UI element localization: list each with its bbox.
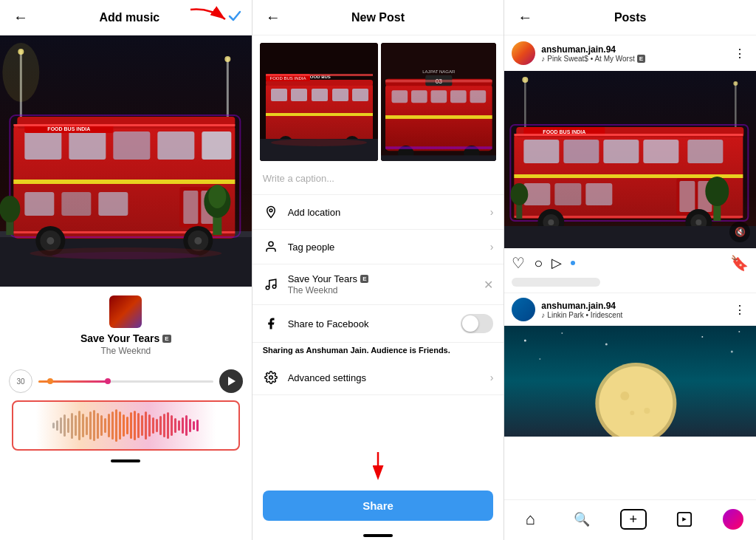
svg-rect-70 — [450, 90, 467, 103]
post1-explicit: E — [637, 55, 645, 63]
waveform-container[interactable] — [12, 400, 240, 451]
share-button-container: Share — [252, 483, 504, 528]
home-nav-button[interactable]: ⌂ — [517, 506, 543, 533]
search-nav-button[interactable]: 🔍 — [568, 506, 595, 533]
checkmark-icon — [228, 10, 241, 23]
share-facebook-label: Share to Facebook — [288, 318, 461, 329]
post1-image-svg: FOOD BUS INDIA — [504, 71, 756, 248]
person-icon — [263, 239, 279, 255]
post1-song: ♪ Pink Sweat$ • At My Worst E — [541, 55, 731, 63]
music-item-info: Save Your Tears E The Weeknd — [288, 273, 484, 295]
album-thumbnail — [109, 295, 142, 328]
confirm-button[interactable] — [228, 8, 241, 27]
timeline-bar[interactable] — [38, 380, 213, 383]
post1-image: FOOD BUS INDIA 🔇 — [504, 71, 756, 248]
bottom-nav: ⌂ 🔍 + — [504, 499, 756, 540]
svg-rect-79 — [385, 80, 492, 83]
remove-music-button[interactable]: ✕ — [484, 278, 493, 292]
time-display: 30 — [9, 369, 32, 393]
svg-point-122 — [511, 183, 529, 205]
mute-icon[interactable]: 🔇 — [729, 222, 750, 242]
svg-point-129 — [524, 340, 526, 342]
svg-rect-16 — [113, 131, 150, 160]
share-button[interactable]: Share — [263, 491, 494, 521]
svg-rect-47 — [271, 89, 287, 101]
svg-rect-15 — [69, 131, 106, 160]
new-post-header: ← New Post — [252, 0, 504, 35]
post1-username: anshuman.jain.94 — [541, 44, 731, 55]
add-music-header: ← Add music — [0, 0, 252, 35]
music-song-title: Save Your Tears E — [288, 273, 484, 284]
svg-rect-100 — [688, 140, 724, 163]
svg-point-133 — [731, 351, 733, 353]
svg-point-134 — [540, 358, 541, 360]
svg-point-131 — [605, 344, 608, 346]
svg-point-128 — [630, 411, 635, 415]
svg-point-126 — [621, 392, 630, 400]
svg-rect-98 — [604, 140, 639, 163]
svg-point-127 — [645, 408, 650, 414]
back-button[interactable]: ← — [10, 7, 31, 27]
play-pause-button[interactable] — [219, 369, 243, 393]
like-button[interactable]: ♡ — [512, 254, 525, 272]
svg-rect-60 — [266, 74, 373, 76]
svg-rect-103 — [586, 183, 613, 205]
post2-avatar — [512, 298, 535, 321]
panel1-title: Add music — [99, 11, 159, 24]
share-post-button[interactable]: ▷ — [551, 255, 562, 271]
svg-point-82 — [269, 242, 273, 246]
svg-text:FOOD BUS INDIA: FOOD BUS INDIA — [269, 76, 306, 81]
chevron-icon2: › — [490, 241, 494, 253]
svg-point-92 — [734, 81, 738, 86]
svg-point-32 — [47, 237, 54, 245]
new-post-back-button[interactable]: ← — [263, 7, 284, 27]
comment-button[interactable]: ○ — [534, 255, 543, 272]
timeline-row: 30 — [0, 365, 252, 397]
svg-text:FOOD BUS INDIA: FOOD BUS INDIA — [543, 129, 586, 134]
profile-nav-button[interactable] — [723, 509, 743, 530]
post2-header: anshuman.jain.94 ♪ Linkin Park • Iridesc… — [504, 293, 756, 326]
svg-point-114 — [549, 219, 554, 225]
bus-svg: FOOD BUS INDIA — [0, 35, 252, 287]
share-facebook-item[interactable]: Share to Facebook — [252, 305, 504, 343]
post-images: FOOD BUS FOOD BUS INDIA — [252, 35, 504, 165]
spacer — [252, 395, 504, 451]
nav-indicator — [111, 459, 140, 462]
posts-header: ← Posts — [504, 0, 756, 35]
song-artist: The Weeknd — [100, 346, 151, 356]
timeline-start-dot — [47, 378, 53, 384]
svg-rect-97 — [564, 140, 599, 163]
facebook-toggle[interactable] — [461, 314, 493, 333]
post1-user-info: anshuman.jain.94 ♪ Pink Sweat$ • At My W… — [541, 44, 731, 63]
posts-back-button[interactable]: ← — [515, 7, 535, 27]
explicit-badge: E — [162, 335, 171, 343]
svg-rect-12 — [13, 180, 235, 184]
svg-point-7 — [224, 56, 230, 62]
gear-icon — [263, 369, 279, 386]
caption-input[interactable]: Write a caption... — [252, 165, 504, 195]
tag-people-item[interactable]: Tag people › — [252, 230, 504, 264]
new-post-title: New Post — [351, 11, 405, 24]
svg-rect-46 — [266, 113, 373, 116]
post1-options-button[interactable]: ⋮ — [731, 44, 749, 64]
svg-point-83 — [266, 286, 269, 290]
svg-point-120 — [706, 177, 729, 206]
save-your-tears-item[interactable]: Save Your Tears E The Weeknd ✕ — [252, 264, 504, 305]
post2-options-button[interactable]: ⋮ — [731, 300, 749, 320]
svg-rect-17 — [157, 131, 194, 160]
add-music-panel: ← Add music — [0, 0, 252, 540]
add-location-item[interactable]: Add location › — [252, 195, 504, 230]
tag-people-label: Tag people — [288, 242, 490, 253]
svg-rect-67 — [391, 90, 408, 103]
advanced-settings-label: Advanced settings — [288, 372, 490, 383]
bookmark-button[interactable]: 🔖 — [730, 254, 749, 272]
reels-nav-button[interactable] — [671, 506, 698, 533]
posts-title: Posts — [614, 11, 647, 24]
svg-point-37 — [52, 252, 199, 259]
waveform — [19, 408, 233, 443]
play-icon — [228, 377, 236, 386]
create-post-button[interactable]: + — [620, 509, 647, 530]
new-post-panel: ← New Post — [252, 0, 505, 540]
chevron-icon: › — [490, 206, 494, 218]
advanced-settings-item[interactable]: Advanced settings › — [252, 360, 504, 395]
